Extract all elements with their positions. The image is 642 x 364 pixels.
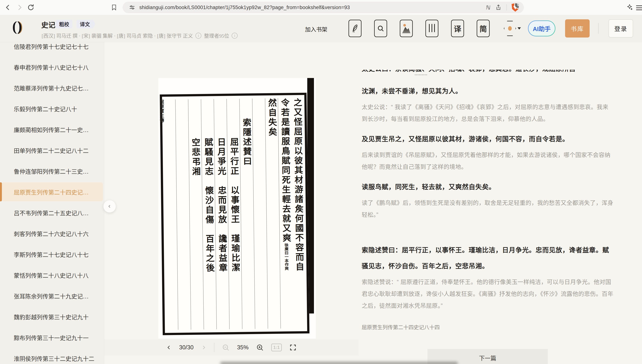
original-text[interactable]: 太史公曰：余读离骚、天问、招魂、哀郢，悲其志。适长沙，观屈原所自	[362, 70, 614, 77]
chapter-label: 魏豹彭越列传第三十史记九十	[14, 312, 88, 321]
shield-counter-badge: 9	[514, 1, 522, 9]
chevron-down-icon	[518, 27, 521, 30]
annotate-button[interactable]	[348, 20, 362, 37]
simplified-icon: 简	[480, 23, 487, 34]
sidebar-item-chapter[interactable]: 黥布列传第三十一史记九十一	[0, 327, 104, 348]
search-icon	[376, 24, 385, 33]
leo-ai-icon[interactable]	[626, 3, 634, 11]
chapter-label: 蒙恬列传第二十八史记八十八	[14, 271, 88, 279]
sidebar-item-chapter[interactable]: 信陵君列传第十七史记七十七	[0, 42, 104, 57]
translation-text[interactable]: 太史公说：“ 我读了《离骚》《天问》《招魂》《哀郢》之后，对屈原的志意与遭遇感到…	[362, 101, 614, 125]
reading-content[interactable]: 太史公曰：余读离骚、天问、招魂、哀郢，悲其志。适长沙，观屈原所自沈渊，未尝不垂涕…	[362, 70, 614, 364]
zoom-level: 35%	[237, 344, 248, 351]
chapter-label: 李斯列传第二十七史记八十七	[14, 250, 88, 258]
scan-viewer: 屈原賈生傳 之又怪屈原以彼其材游諸矦何國不容而自令若是讀服鳥賦同死生輕去就又爽徐…	[104, 42, 358, 364]
scan-page-image[interactable]: 屈原賈生傳 之又怪屈原以彼其材游諸矦何國不容而自令若是讀服鳥賦同死生輕去就又爽徐…	[158, 78, 316, 338]
chapter-footer-link[interactable]: 屈原贾生列传第二十四史记八十四	[362, 323, 614, 331]
original-text[interactable]: 索隐述赞曰：屈平行正，以事怀王。瑾瑜比洁，日月争光。忠而见放，谗者益章。赋骚见志…	[362, 242, 614, 274]
chapter-list: 信陵君列传第十七史记七十七 春申君列传第十八史记七十八 范雎蔡泽列传第十九史记七…	[0, 42, 104, 364]
simplified-button[interactable]: 简	[477, 20, 490, 37]
chapter-label: 张耳陈余列传第二十九史记…	[14, 292, 88, 300]
chapter-sidebar: 信陵君列传第十七史记七十七 春申君列传第十八史记七十八 范雎蔡泽列传第十九史记七…	[0, 42, 104, 364]
address-bar[interactable]: shidianguji.com/book/LS0001/chapter/1j75…	[122, 2, 524, 13]
sidebar-item-chapter[interactable]: 鲁仲连邹阳列传第二十三史…	[0, 161, 104, 182]
image-icon	[402, 24, 410, 33]
sidebar-item-chapter[interactable]: 魏豹彭越列传第三十史记九十	[0, 306, 104, 327]
sidebar-item-chapter[interactable]: 田单列传第二十二史记八十二	[0, 140, 104, 161]
reading-pane: 太史公曰：余读离骚、天问、招魂、哀郢，悲其志。适长沙，观屈原所自沈渊，未尝不垂涕…	[359, 42, 642, 364]
app-window: shidianguji.com/book/LS0001/chapter/1j75…	[0, 0, 642, 364]
scan-annotation-note: 徐廣曰一本作爽	[284, 243, 289, 270]
scan-title-column: 屈原賈生列傳第二十四 史記八十四	[160, 100, 166, 330]
sidebar-item-chapter[interactable]: 李斯列传第二十七史记八十七	[0, 244, 104, 265]
pill-divider	[506, 4, 507, 10]
chapter-label: 鲁仲连邹阳列传第二十三史…	[14, 167, 88, 175]
sidebar-item-chapter[interactable]: 廉颇蔺相如列传第二十一史…	[0, 119, 104, 140]
prev-page-icon[interactable]	[166, 344, 172, 351]
sidebar-collapse-button[interactable]	[103, 200, 116, 213]
menu-icon[interactable]	[636, 4, 642, 12]
authors-info-icon[interactable]: i	[196, 33, 201, 39]
scan-text-frame: 之又怪屈原以彼其材游諸矦何國不容而自令若是讀服鳥賦同死生輕去就又爽徐廣曰一本作爽…	[160, 93, 310, 335]
next-page-icon[interactable]	[201, 344, 206, 351]
sidebar-item-chapter[interactable]: 张耳陈余列传第二十九史记…	[0, 286, 104, 306]
chapter-label: 吕不韦列传第二十五史记八…	[14, 208, 88, 217]
sidebar-item-chapter[interactable]: 乐毅列传第二十史记八十	[0, 98, 104, 119]
forward-icon[interactable]	[15, 3, 24, 12]
actual-size-button[interactable]: 1:1	[271, 344, 282, 351]
sidebar-item-chapter[interactable]: 蒙恬列传第二十八史记八十八	[0, 265, 104, 286]
author-line: [西汉] 司马迁 撰 · [宋] 裴骃 集解 · [唐] 司马贞 索隐 · [唐…	[42, 32, 238, 39]
authors-text: [西汉] 司马迁 撰 · [宋] 裴骃 集解 · [唐] 司马贞 索隐 · [唐…	[42, 32, 193, 39]
ai-assistant-button[interactable]: AI助手	[528, 20, 556, 36]
hexagon-icon	[504, 21, 516, 36]
vertical-layout-button[interactable]	[426, 20, 438, 37]
site-settings-icon[interactable]	[129, 4, 135, 10]
chapter-label: 田单列传第二十二史记八十二	[14, 146, 88, 154]
sidebar-item-chapter[interactable]: 吕不韦列传第二十五史记八…	[0, 202, 104, 223]
scan-view-button[interactable]	[400, 20, 413, 37]
sidebar-item-chapter[interactable]: 屈原贾生列传第二十四史记…	[0, 182, 104, 202]
book-title-underline	[415, 74, 427, 75]
translation-text[interactable]: 读了《鹏鸟赋》后，领悟到生死是没有差别的，取舍是无足轻重的，我的愁苦又全都消失了…	[362, 197, 614, 221]
translation-text[interactable]: 后来读到贾谊的《吊屈原赋》，又怪屈原凭着他那样的才能，如果去游说诸侯，哪个国家不…	[362, 149, 614, 173]
zoom-in-icon[interactable]	[256, 344, 264, 351]
library-button[interactable]: 书库	[565, 19, 590, 38]
sidebar-item-chapter[interactable]: 淮阴侯列传第三十二史记九十二	[0, 348, 104, 364]
organizers-info-icon[interactable]: i	[232, 33, 238, 39]
zoom-out-icon[interactable]	[222, 344, 230, 351]
translation-text[interactable]: 索隐述赞说：“ 屈原遵行正道，侍奉楚怀王。他的德行像美玉一样纯洁，可以与日月争光…	[362, 276, 614, 312]
chapter-label: 淮阴侯列传第三十二史记九十二	[14, 354, 94, 362]
original-text[interactable]: 读服鸟赋，同死生，轻去就，又爽然自失矣。	[362, 179, 614, 195]
original-text[interactable]: 及见贾生吊之，又怪屈原以彼其材，游诸侯，何国不容，而自令若是。	[362, 131, 614, 147]
chapter-label: 廉颇蔺相如列传第二十一史…	[14, 125, 88, 134]
sidebar-item-chapter[interactable]: 刺客列传第二十六史记八十六	[0, 223, 104, 244]
speedreader-icon[interactable]: ℕ	[486, 4, 491, 11]
viewer-controls: 30/30 35% 1:1	[104, 339, 358, 356]
login-button[interactable]: 登录	[608, 19, 633, 38]
proofread-badge[interactable]: 粗校	[56, 20, 72, 28]
translate-button[interactable]: 译	[451, 20, 464, 37]
chapter-label: 范雎蔡泽列传第十九史记七…	[14, 84, 88, 92]
header-divider	[598, 23, 598, 34]
theme-selector[interactable]	[504, 20, 522, 36]
chapter-label: 黥布列传第三十一史记九十一	[14, 333, 88, 342]
search-button[interactable]	[374, 20, 387, 37]
share-icon[interactable]	[495, 4, 502, 11]
original-text[interactable]: 沈渊，未尝不垂涕，想见其为人。	[362, 84, 614, 99]
chapter-label: 屈原贾生列传第二十四史记…	[14, 188, 88, 196]
translation-badge[interactable]: 译文	[76, 20, 96, 28]
sidebar-item-chapter[interactable]: 春申君列传第十八史记七十八	[0, 57, 104, 78]
fullscreen-icon[interactable]	[289, 344, 297, 351]
bottom-bar-hint	[220, 362, 458, 364]
reload-icon[interactable]	[27, 3, 35, 12]
sidebar-item-chapter[interactable]: 范雎蔡泽列传第十九史记七…	[0, 78, 104, 98]
brave-shield-icon[interactable]: 9	[512, 3, 519, 12]
back-icon[interactable]	[4, 3, 12, 12]
columns-icon	[428, 24, 436, 33]
translate-icon: 译	[454, 23, 461, 34]
add-to-shelf-button[interactable]: 加入书架	[305, 25, 327, 33]
url-text[interactable]: shidianguji.com/book/LS0001/chapter/1j75…	[139, 5, 350, 10]
shidian-logo[interactable]: ())	[12, 18, 22, 34]
book-title: 史记	[41, 19, 55, 30]
bookmark-icon[interactable]	[111, 4, 118, 11]
